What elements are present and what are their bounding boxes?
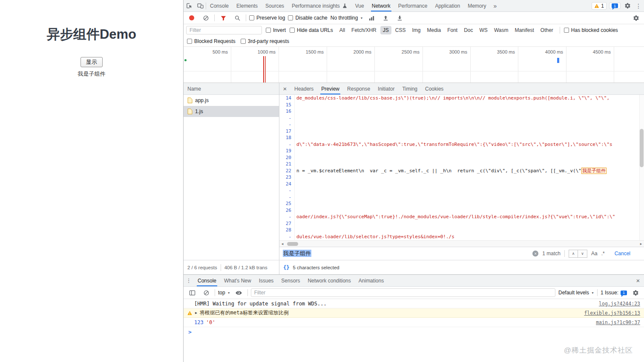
match-case-button[interactable]: Aa [591, 251, 598, 257]
console-prompt[interactable]: > [184, 327, 644, 336]
tab-initiator[interactable]: Initiator [374, 83, 398, 94]
third-party-requests-checkbox[interactable]: 3rd-party requests [241, 38, 289, 44]
tab-response[interactable]: Response [343, 83, 374, 94]
tab-console[interactable]: Console [206, 0, 233, 11]
type-filter-doc[interactable]: Doc [461, 26, 475, 34]
vertical-scrollbar[interactable] [639, 95, 644, 240]
dom-content-loaded-marker [263, 56, 264, 83]
request-row-appjs[interactable]: app.js [184, 95, 279, 106]
filter-icon[interactable] [218, 12, 229, 24]
pretty-print-icon[interactable]: {} [283, 265, 289, 271]
clear-search-icon[interactable]: × [532, 251, 538, 257]
tab-headers[interactable]: Headers [290, 83, 317, 94]
disable-cache-checkbox[interactable]: Disable cache [288, 15, 327, 21]
requests-column-header[interactable]: Name [184, 83, 279, 95]
log-levels-select[interactable]: Default levels▼ [558, 290, 594, 296]
tab-performance-insights[interactable]: Performance insights [288, 0, 351, 11]
clear-icon[interactable] [200, 12, 211, 24]
expand-icon[interactable]: ▶ [195, 311, 197, 315]
search-icon[interactable] [232, 12, 243, 24]
record-icon[interactable] [186, 12, 197, 24]
type-filter-media[interactable]: Media [424, 26, 443, 34]
close-drawer-icon[interactable]: × [632, 275, 644, 286]
scroll-left-icon[interactable]: ◂ [279, 241, 285, 247]
tab-memory[interactable]: Memory [464, 0, 490, 11]
issues-counter[interactable]: 1 Issue:1 [601, 290, 627, 296]
type-filter-fetch-xhr[interactable]: Fetch/XHR [349, 26, 379, 34]
console-filter-input[interactable] [251, 288, 555, 297]
type-filter-img[interactable]: Img [409, 26, 423, 34]
menu-icon[interactable]: ⋮ [633, 0, 644, 11]
devtools-panel: Console Elements Sources Performance ins… [183, 0, 644, 362]
request-row-1js[interactable]: 1.js [184, 106, 279, 117]
type-filter-manifest[interactable]: Manifest [512, 26, 536, 34]
regex-button[interactable]: .* [601, 251, 605, 257]
invert-checkbox[interactable]: Invert [266, 27, 286, 33]
has-blocked-cookies-checkbox[interactable]: Has blocked cookies [564, 27, 618, 33]
scrollbar-thumb[interactable] [640, 129, 644, 167]
previous-match-button[interactable]: ∧ [569, 250, 578, 258]
preserve-log-checkbox[interactable]: Preserve log [249, 15, 285, 21]
warning-badge[interactable]: 1 [592, 2, 607, 10]
show-button[interactable]: 显示 [80, 57, 103, 67]
source-link[interactable]: main.js?1c90:37 [596, 319, 640, 325]
context-select[interactable]: top▼ [218, 290, 230, 296]
preview-code-view[interactable]: 14de_modules/css-loader/lib/css-base.js\… [279, 95, 644, 240]
throttling-select[interactable]: No throttling▼ [331, 15, 363, 21]
gridline [374, 47, 375, 83]
type-filter-all[interactable]: All [337, 26, 348, 34]
more-tabs-button[interactable]: » [490, 0, 500, 11]
type-filter-css[interactable]: CSS [393, 26, 408, 34]
source-link[interactable]: flexible.js?b156:13 [584, 310, 640, 316]
type-filter-other[interactable]: Other [538, 26, 556, 34]
clear-console-icon[interactable] [201, 287, 212, 299]
drawer-menu-icon[interactable]: ⋮ [184, 275, 194, 286]
type-filter-js[interactable]: JS [380, 26, 391, 34]
scrollbar-thumb[interactable] [287, 242, 298, 246]
next-match-button[interactable]: ∨ [578, 250, 587, 258]
tab-performance[interactable]: Performance [394, 0, 431, 11]
scroll-right-icon[interactable]: ▸ [638, 241, 644, 247]
issues-badge[interactable]: 1 [609, 3, 621, 9]
network-filter-input[interactable] [186, 26, 262, 34]
cancel-search-button[interactable]: Cancel [615, 251, 630, 257]
tab-sources[interactable]: Sources [262, 0, 288, 11]
network-settings-icon[interactable] [630, 12, 641, 24]
eye-icon[interactable] [233, 287, 244, 299]
search-input[interactable]: 我是子组件 [283, 250, 529, 257]
network-overview-timeline[interactable]: 500 ms 1000 ms 1500 ms 2000 ms 2500 ms 3… [184, 47, 644, 83]
blocked-requests-checkbox[interactable]: Blocked Requests [187, 38, 236, 44]
network-conditions-icon[interactable] [366, 12, 377, 24]
type-filter-font[interactable]: Font [445, 26, 460, 34]
horizontal-scrollbar[interactable]: ◂ ▸ [279, 240, 644, 247]
inspect-icon[interactable] [184, 0, 195, 11]
timeline-tick: 2500 ms [396, 49, 420, 54]
console-sidebar-icon[interactable] [187, 287, 198, 299]
close-detail-icon[interactable]: × [279, 83, 290, 94]
drawer-tab-animations[interactable]: Animations [355, 275, 388, 286]
drawer-tab-whats-new[interactable]: What's New [220, 275, 255, 286]
type-filter-ws[interactable]: WS [477, 26, 490, 34]
drawer-tab-console[interactable]: Console [194, 275, 220, 286]
tab-preview[interactable]: Preview [317, 83, 343, 94]
export-har-icon[interactable] [394, 12, 405, 24]
settings-icon[interactable] [622, 0, 633, 11]
drawer-tab-sensors[interactable]: Sensors [277, 275, 304, 286]
source-link[interactable]: log.js?4244:23 [599, 301, 640, 307]
timeline-tick: 4000 ms [540, 49, 563, 54]
tab-elements[interactable]: Elements [233, 0, 262, 11]
code-line: 20 [279, 154, 644, 161]
requests-summary: 2 / 6 requests [187, 265, 217, 270]
tab-vue[interactable]: Vue [351, 0, 368, 11]
type-filter-wasm[interactable]: Wasm [492, 26, 511, 34]
hide-data-urls-checkbox[interactable]: Hide data URLs [290, 27, 333, 33]
drawer-tab-network-conditions[interactable]: Network conditions [304, 275, 354, 286]
tab-application[interactable]: Application [431, 0, 464, 11]
tab-network[interactable]: Network [368, 0, 394, 11]
console-settings-icon[interactable] [630, 287, 641, 299]
drawer-tab-issues[interactable]: Issues [255, 275, 278, 286]
device-toolbar-icon[interactable] [195, 0, 206, 11]
tab-cookies[interactable]: Cookies [421, 83, 447, 94]
import-har-icon[interactable] [380, 12, 391, 24]
tab-timing[interactable]: Timing [398, 83, 421, 94]
